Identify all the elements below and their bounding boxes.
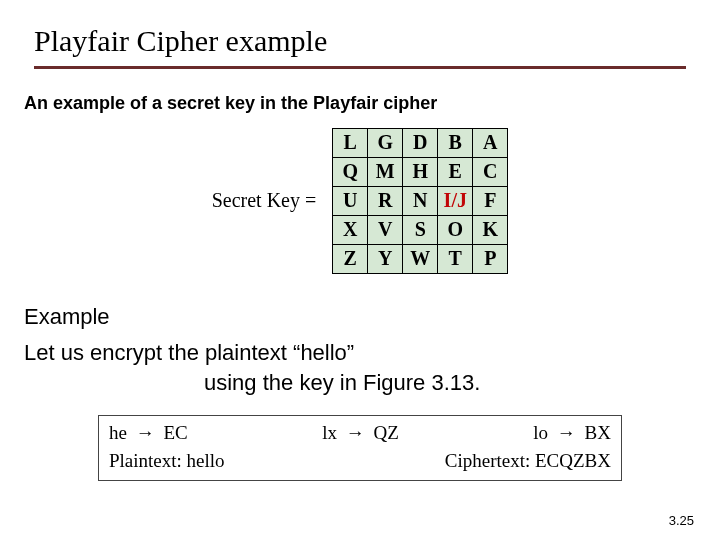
mapping: lx → QZ [322,422,399,444]
key-cell: Q [333,157,368,186]
key-cell: U [333,186,368,215]
mapping-plain: lx [322,422,337,443]
key-cell-ij: I/J [438,186,473,215]
key-cell: S [403,215,438,244]
mapping: lo → BX [533,422,611,444]
key-cell: C [473,157,508,186]
key-cell: G [368,128,403,157]
arrow-icon: → [132,422,159,443]
mapping: he → EC [109,422,188,444]
secret-key-area: Secret Key = L G D B A Q M H E C U R N I… [0,128,720,274]
cipher-bottom-row: Plaintext: hello Ciphertext: ECQZBX [109,450,611,472]
table-row: X V S O K [333,215,508,244]
key-cell: L [333,128,368,157]
key-cell: A [473,128,508,157]
key-cell: R [368,186,403,215]
page-number: 3.25 [669,513,694,528]
table-row: Z Y W T P [333,244,508,273]
title-wrap: Playfair Cipher example [0,0,720,69]
secret-key-label: Secret Key = [212,189,317,212]
key-cell: Y [368,244,403,273]
table-row: L G D B A [333,128,508,157]
key-cell: X [333,215,368,244]
key-cell: M [368,157,403,186]
key-table: L G D B A Q M H E C U R N I/J F X [332,128,508,274]
example-body: Let us encrypt the plaintext “hello” usi… [0,330,720,400]
arrow-icon: → [553,422,580,443]
arrow-icon: → [342,422,369,443]
key-cell: P [473,244,508,273]
mapping-cipher: QZ [373,422,398,443]
ciphertext-label: Ciphertext: ECQZBX [445,450,611,472]
example-line2: using the key in Figure 3.13. [24,368,692,399]
mapping-plain: he [109,422,127,443]
key-cell: E [438,157,473,186]
table-row: Q M H E C [333,157,508,186]
key-cell: B [438,128,473,157]
key-cell: K [473,215,508,244]
key-cell: H [403,157,438,186]
example-line1: Let us encrypt the plaintext “hello” [24,338,692,369]
cipher-mappings-row: he → EC lx → QZ lo → BX [109,422,611,444]
key-cell: W [403,244,438,273]
key-cell: F [473,186,508,215]
key-cell: T [438,244,473,273]
cipher-box: he → EC lx → QZ lo → BX Plaintext: hello… [98,415,622,481]
slide-subtitle: An example of a secret key in the Playfa… [0,69,720,114]
mapping-cipher: BX [585,422,611,443]
key-cell: D [403,128,438,157]
key-cell: Z [333,244,368,273]
table-row: U R N I/J F [333,186,508,215]
example-heading: Example [0,282,720,330]
key-cell: V [368,215,403,244]
mapping-cipher: EC [163,422,187,443]
mapping-plain: lo [533,422,548,443]
slide-title: Playfair Cipher example [34,18,686,69]
slide: Playfair Cipher example An example of a … [0,0,720,540]
plaintext-label: Plaintext: hello [109,450,225,472]
key-cell: O [438,215,473,244]
key-cell: N [403,186,438,215]
